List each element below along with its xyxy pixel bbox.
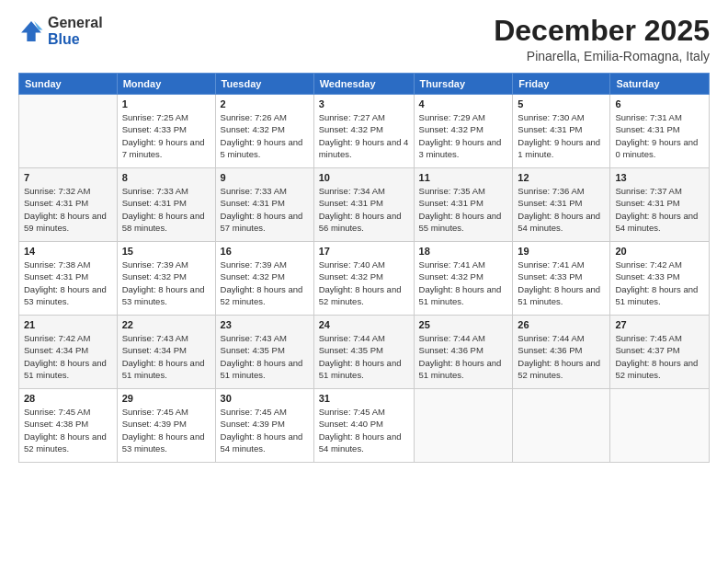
calendar-cell: 1Sunrise: 7:25 AMSunset: 4:33 PMDaylight… <box>117 95 215 168</box>
calendar-cell: 28Sunrise: 7:45 AMSunset: 4:38 PMDayligh… <box>19 389 118 463</box>
day-number: 12 <box>518 172 605 183</box>
day-number: 10 <box>319 172 409 183</box>
calendar-cell: 9Sunrise: 7:33 AMSunset: 4:31 PMDaylight… <box>215 168 313 242</box>
calendar-cell: 17Sunrise: 7:40 AMSunset: 4:32 PMDayligh… <box>313 242 414 316</box>
logo: General Blue <box>18 15 103 47</box>
calendar-header-wednesday: Wednesday <box>313 74 414 95</box>
calendar-cell: 12Sunrise: 7:36 AMSunset: 4:31 PMDayligh… <box>513 168 610 242</box>
day-info: Sunrise: 7:44 AMSunset: 4:35 PMDaylight:… <box>319 332 409 381</box>
day-number: 3 <box>319 98 409 109</box>
day-number: 16 <box>221 246 309 257</box>
calendar-header-friday: Friday <box>513 74 610 95</box>
calendar-header-saturday: Saturday <box>610 74 710 95</box>
calendar-cell <box>513 389 610 463</box>
day-number: 15 <box>122 246 210 257</box>
day-info: Sunrise: 7:45 AMSunset: 4:40 PMDaylight:… <box>319 406 409 454</box>
day-info: Sunrise: 7:41 AMSunset: 4:32 PMDaylight:… <box>419 259 508 307</box>
week-row-4: 21Sunrise: 7:42 AMSunset: 4:34 PMDayligh… <box>19 316 710 389</box>
day-number: 14 <box>24 246 112 257</box>
day-number: 17 <box>319 246 409 257</box>
day-number: 20 <box>615 246 704 257</box>
calendar-cell: 22Sunrise: 7:43 AMSunset: 4:34 PMDayligh… <box>117 316 215 389</box>
day-number: 28 <box>24 393 112 404</box>
day-number: 22 <box>122 319 210 330</box>
calendar-header-row: SundayMondayTuesdayWednesdayThursdayFrid… <box>19 74 710 95</box>
calendar-table: SundayMondayTuesdayWednesdayThursdayFrid… <box>18 73 710 463</box>
calendar-cell: 21Sunrise: 7:42 AMSunset: 4:34 PMDayligh… <box>19 316 118 389</box>
day-number: 31 <box>319 393 409 404</box>
day-info: Sunrise: 7:35 AMSunset: 4:31 PMDaylight:… <box>419 185 508 234</box>
calendar-cell: 10Sunrise: 7:34 AMSunset: 4:31 PMDayligh… <box>313 168 414 242</box>
calendar-cell: 2Sunrise: 7:26 AMSunset: 4:32 PMDaylight… <box>215 95 313 168</box>
day-info: Sunrise: 7:42 AMSunset: 4:34 PMDaylight:… <box>24 332 112 381</box>
day-info: Sunrise: 7:39 AMSunset: 4:32 PMDaylight:… <box>122 259 210 307</box>
calendar-cell: 18Sunrise: 7:41 AMSunset: 4:32 PMDayligh… <box>414 242 513 316</box>
day-number: 19 <box>518 246 605 257</box>
day-info: Sunrise: 7:45 AMSunset: 4:37 PMDaylight:… <box>615 332 704 381</box>
day-info: Sunrise: 7:30 AMSunset: 4:31 PMDaylight:… <box>518 111 605 160</box>
calendar-cell: 19Sunrise: 7:41 AMSunset: 4:33 PMDayligh… <box>513 242 610 316</box>
day-number: 8 <box>122 172 210 183</box>
calendar-header-thursday: Thursday <box>414 74 513 95</box>
week-row-3: 14Sunrise: 7:38 AMSunset: 4:31 PMDayligh… <box>19 242 710 316</box>
week-row-2: 7Sunrise: 7:32 AMSunset: 4:31 PMDaylight… <box>19 168 710 242</box>
day-number: 7 <box>24 172 112 183</box>
day-number: 30 <box>221 393 309 404</box>
day-info: Sunrise: 7:34 AMSunset: 4:31 PMDaylight:… <box>319 185 409 234</box>
calendar-header-sunday: Sunday <box>19 74 118 95</box>
calendar-cell: 13Sunrise: 7:37 AMSunset: 4:31 PMDayligh… <box>610 168 710 242</box>
day-number: 1 <box>122 98 210 109</box>
header: General Blue December 2025 Pinarella, Em… <box>18 15 710 63</box>
calendar-cell: 26Sunrise: 7:44 AMSunset: 4:36 PMDayligh… <box>513 316 610 389</box>
day-info: Sunrise: 7:44 AMSunset: 4:36 PMDaylight:… <box>419 332 508 381</box>
calendar-header-monday: Monday <box>117 74 215 95</box>
calendar-cell: 31Sunrise: 7:45 AMSunset: 4:40 PMDayligh… <box>313 389 414 463</box>
calendar-cell: 23Sunrise: 7:43 AMSunset: 4:35 PMDayligh… <box>215 316 313 389</box>
day-number: 11 <box>419 172 508 183</box>
calendar-cell: 3Sunrise: 7:27 AMSunset: 4:32 PMDaylight… <box>313 95 414 168</box>
day-number: 2 <box>221 98 309 109</box>
day-info: Sunrise: 7:29 AMSunset: 4:32 PMDaylight:… <box>419 111 508 160</box>
day-number: 9 <box>221 172 309 183</box>
svg-marker-0 <box>21 21 41 41</box>
calendar-cell: 25Sunrise: 7:44 AMSunset: 4:36 PMDayligh… <box>414 316 513 389</box>
calendar-cell: 5Sunrise: 7:30 AMSunset: 4:31 PMDaylight… <box>513 95 610 168</box>
calendar-cell: 20Sunrise: 7:42 AMSunset: 4:33 PMDayligh… <box>610 242 710 316</box>
calendar-cell: 24Sunrise: 7:44 AMSunset: 4:35 PMDayligh… <box>313 316 414 389</box>
day-info: Sunrise: 7:45 AMSunset: 4:38 PMDaylight:… <box>24 406 112 454</box>
day-number: 25 <box>419 319 508 330</box>
calendar-cell: 29Sunrise: 7:45 AMSunset: 4:39 PMDayligh… <box>117 389 215 463</box>
week-row-1: 1Sunrise: 7:25 AMSunset: 4:33 PMDaylight… <box>19 95 710 168</box>
calendar-cell: 27Sunrise: 7:45 AMSunset: 4:37 PMDayligh… <box>610 316 710 389</box>
day-number: 23 <box>221 319 309 330</box>
title-block: December 2025 Pinarella, Emilia-Romagna,… <box>494 15 710 63</box>
day-info: Sunrise: 7:43 AMSunset: 4:34 PMDaylight:… <box>122 332 210 381</box>
day-info: Sunrise: 7:32 AMSunset: 4:31 PMDaylight:… <box>24 185 112 234</box>
day-info: Sunrise: 7:33 AMSunset: 4:31 PMDaylight:… <box>221 185 309 234</box>
calendar-cell <box>19 95 118 168</box>
day-number: 21 <box>24 319 112 330</box>
day-info: Sunrise: 7:39 AMSunset: 4:32 PMDaylight:… <box>221 259 309 307</box>
day-info: Sunrise: 7:26 AMSunset: 4:32 PMDaylight:… <box>221 111 309 160</box>
page: General Blue December 2025 Pinarella, Em… <box>0 0 728 563</box>
calendar-cell: 14Sunrise: 7:38 AMSunset: 4:31 PMDayligh… <box>19 242 118 316</box>
day-info: Sunrise: 7:25 AMSunset: 4:33 PMDaylight:… <box>122 111 210 160</box>
day-info: Sunrise: 7:37 AMSunset: 4:31 PMDaylight:… <box>615 185 704 234</box>
location-subtitle: Pinarella, Emilia-Romagna, Italy <box>494 49 710 63</box>
day-number: 18 <box>419 246 508 257</box>
day-number: 27 <box>615 319 704 330</box>
day-info: Sunrise: 7:33 AMSunset: 4:31 PMDaylight:… <box>122 185 210 234</box>
calendar-cell <box>610 389 710 463</box>
day-info: Sunrise: 7:43 AMSunset: 4:35 PMDaylight:… <box>221 332 309 381</box>
month-title: December 2025 <box>494 15 710 47</box>
day-info: Sunrise: 7:44 AMSunset: 4:36 PMDaylight:… <box>518 332 605 381</box>
calendar-cell: 7Sunrise: 7:32 AMSunset: 4:31 PMDaylight… <box>19 168 118 242</box>
day-info: Sunrise: 7:42 AMSunset: 4:33 PMDaylight:… <box>615 259 704 307</box>
day-info: Sunrise: 7:45 AMSunset: 4:39 PMDaylight:… <box>221 406 309 454</box>
day-number: 29 <box>122 393 210 404</box>
logo-text: General Blue <box>48 15 103 47</box>
logo-icon <box>18 18 44 44</box>
day-info: Sunrise: 7:40 AMSunset: 4:32 PMDaylight:… <box>319 259 409 307</box>
calendar-cell: 6Sunrise: 7:31 AMSunset: 4:31 PMDaylight… <box>610 95 710 168</box>
day-number: 26 <box>518 319 605 330</box>
